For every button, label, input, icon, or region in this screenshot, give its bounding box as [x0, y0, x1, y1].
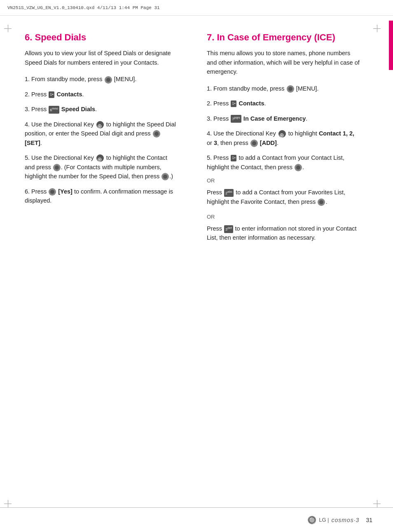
step-3: 3. Press 6mno Speed Dials.	[25, 105, 178, 114]
header-text: VN251S_VZW_UG_EN_V1.0_130410.qxd 4/11/13…	[7, 5, 160, 10]
contacts-btn-ice: 1▪	[231, 100, 236, 107]
lg-icon: 🔘	[307, 516, 316, 525]
press-3-btn: 3def	[224, 225, 233, 233]
footer-logo: 🔘 LG | cosmos·3 31	[307, 516, 372, 525]
ice-intro: This menu allows you to store names, pho…	[207, 49, 360, 76]
ice-section: 7. In Case of Emergency (ICE) This menu …	[207, 32, 372, 491]
header-bar: VN251S_VZW_UG_EN_V1.0_130410.qxd 4/11/13…	[0, 0, 393, 16]
ice-press3-text: Press 3def to enter information not stor…	[207, 224, 360, 243]
step-6: 6. Press [Yes] to confirm. A confirmatio…	[25, 187, 178, 205]
footer-lg-text: LG |	[319, 517, 329, 523]
step-6-text: 6. Press [Yes] to confirm. A confirmatio…	[25, 188, 173, 204]
ok-key-icon-5b	[161, 173, 169, 180]
ok-key-ice	[295, 164, 302, 171]
step-3-text: 3. Press 6mno Speed Dials.	[25, 106, 97, 112]
dir-key-icon-4	[96, 121, 104, 128]
ice-step-1-text: 1. From standby mode, press [MENU].	[207, 85, 318, 92]
speed-dials-section: 6. Speed Dials Allows you to view your l…	[25, 32, 186, 491]
menu-key-icon	[105, 76, 112, 84]
step-1-text: 1. From standby mode, press [MENU].	[25, 76, 136, 82]
menu-key-ice	[287, 85, 294, 93]
step-2: 2. Press 1▪ Contacts.	[25, 90, 178, 99]
press-2-btn: 2abc	[224, 189, 234, 197]
press-1-btn: 1▪	[231, 155, 236, 161]
ice-press2-text: Press 2abc to add a Contact from your Fa…	[207, 188, 360, 206]
speed-dials-steps: 1. From standby mode, press [MENU]. 2. P…	[25, 75, 178, 205]
ice-step-4: 4. Use the Directional Key to highlight …	[207, 129, 360, 147]
step-2-text: 2. Press 1▪ Contacts.	[25, 91, 84, 98]
ice-step-3-text: 3. Press 7pqrs In Case of Emergency.	[207, 115, 307, 122]
ok-key-icon-5	[53, 164, 61, 171]
step-4: 4. Use the Directional Key to highlight …	[25, 120, 178, 147]
dir-key-ice-4	[278, 130, 286, 138]
ice-step-2-text: 2. Press 1▪ Contacts.	[207, 100, 266, 107]
contacts-btn-icon: 1▪	[49, 91, 54, 98]
or-separator-1: OR	[207, 177, 360, 184]
set-key-icon	[153, 130, 160, 138]
step-1: 1. From standby mode, press [MENU].	[25, 75, 178, 84]
speed-dials-btn-icon: 6mno	[49, 106, 59, 114]
ok-key-fav	[318, 198, 325, 206]
step-5-text: 5. Use the Directional Key to highlight …	[25, 154, 173, 180]
main-content: 6. Speed Dials Allows you to view your l…	[0, 16, 393, 507]
footer-brand-text: cosmos·3	[332, 517, 360, 523]
ice-steps: 1. From standby mode, press [MENU]. 2. P…	[207, 84, 360, 172]
speed-dials-title: 6. Speed Dials	[25, 32, 178, 43]
step-5: 5. Use the Directional Key to highlight …	[25, 153, 178, 181]
ice-title: 7. In Case of Emergency (ICE)	[207, 32, 360, 43]
ice-btn-icon: 7pqrs	[231, 115, 241, 123]
ice-step-1: 1. From standby mode, press [MENU].	[207, 84, 360, 93]
ice-step-4-text: 4. Use the Directional Key to highlight …	[207, 130, 354, 146]
step-4-text: 4. Use the Directional Key to highlight …	[25, 121, 176, 146]
speed-dials-intro: Allows you to view your list of Speed Di…	[25, 49, 178, 67]
ice-step-5-text: 5. Press 1▪ to add a Contact from your C…	[207, 154, 344, 170]
footer: 🔘 LG | cosmos·3 31	[0, 507, 393, 532]
yes-key-icon	[49, 188, 56, 196]
ice-step-5: 5. Press 1▪ to add a Contact from your C…	[207, 153, 360, 172]
add-key-icon	[250, 140, 258, 147]
ice-step-3: 3. Press 7pqrs In Case of Emergency.	[207, 114, 360, 123]
footer-page-number: 31	[366, 517, 372, 523]
or-separator-2: OR	[207, 214, 360, 220]
dir-key-icon-5	[96, 154, 104, 162]
ice-step-2: 2. Press 1▪ Contacts.	[207, 99, 360, 108]
